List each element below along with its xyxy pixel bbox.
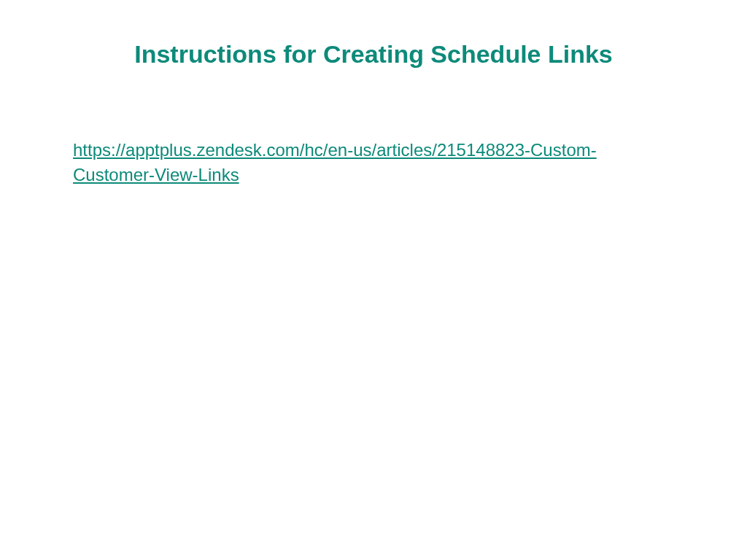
page-title: Instructions for Creating Schedule Links	[73, 40, 674, 69]
link-container: https://apptplus.zendesk.com/hc/en-us/ar…	[73, 138, 627, 187]
slide-container: Instructions for Creating Schedule Links…	[0, 0, 747, 560]
article-link[interactable]: https://apptplus.zendesk.com/hc/en-us/ar…	[73, 140, 597, 184]
